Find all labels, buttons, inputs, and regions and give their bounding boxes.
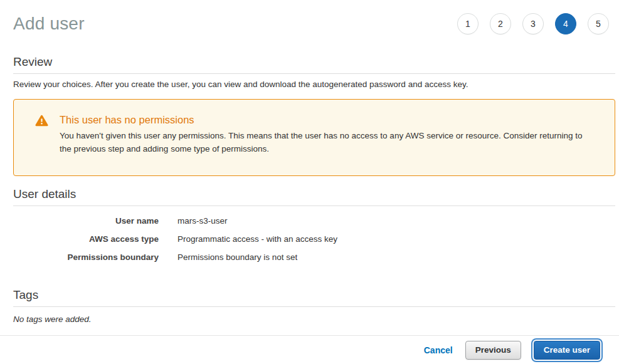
previous-button[interactable]: Previous — [465, 341, 521, 360]
user-detail-row: User name mars-s3-user — [13, 216, 615, 226]
user-detail-row: Permissions boundary Permissions boundar… — [13, 252, 615, 262]
section-divider — [13, 306, 615, 307]
create-user-button[interactable]: Create user — [534, 341, 600, 360]
warning-body: You haven't given this user any permissi… — [60, 129, 592, 155]
step-number: 1 — [465, 19, 470, 29]
user-detail-row: AWS access type Programmatic access - wi… — [13, 234, 615, 244]
step-circle: 3 — [522, 13, 544, 34]
detail-label: Permissions boundary — [13, 252, 159, 262]
review-section-heading: Review — [13, 55, 615, 69]
section-divider — [13, 205, 615, 206]
step-indicator: 1 2 3 4 5 — [457, 13, 609, 34]
user-details-section-heading: User details — [13, 187, 615, 201]
step-circle: 1 — [457, 13, 479, 34]
step-circle: 2 — [490, 13, 511, 34]
wizard-footer: Cancel Previous Create user — [0, 335, 619, 364]
user-details-table: User name mars-s3-user AWS access type P… — [13, 216, 615, 262]
section-divider — [13, 73, 615, 74]
step-number: 4 — [563, 19, 568, 29]
detail-value: mars-s3-user — [177, 216, 615, 226]
wizard-header: Add user 1 2 3 4 5 — [0, 0, 619, 46]
step-number: 5 — [596, 19, 601, 29]
tags-empty-message: No tags were added. — [13, 315, 615, 324]
no-permissions-warning: This user has no permissions You haven't… — [13, 99, 615, 176]
detail-label: AWS access type — [13, 234, 159, 244]
review-description: Review your choices. After you create th… — [13, 80, 615, 89]
step-circle: 4 — [555, 13, 576, 34]
wizard-content: Review Review your choices. After you cr… — [0, 55, 619, 324]
detail-label: User name — [13, 216, 159, 226]
step-circle: 5 — [588, 13, 609, 34]
detail-value: Programmatic access - with an access key — [177, 234, 615, 244]
page-title: Add user — [13, 14, 85, 34]
warning-text-block: This user has no permissions You haven't… — [60, 114, 592, 155]
tags-section-heading: Tags — [13, 288, 615, 302]
cancel-link[interactable]: Cancel — [424, 345, 453, 355]
step-number: 2 — [498, 19, 503, 29]
warning-triangle-icon — [35, 115, 48, 129]
warning-title: This user has no permissions — [60, 114, 592, 126]
add-user-wizard: Add user 1 2 3 4 5 Review Review your ch… — [0, 0, 619, 364]
detail-value: Permissions boundary is not set — [177, 252, 615, 262]
step-number: 3 — [531, 19, 536, 29]
